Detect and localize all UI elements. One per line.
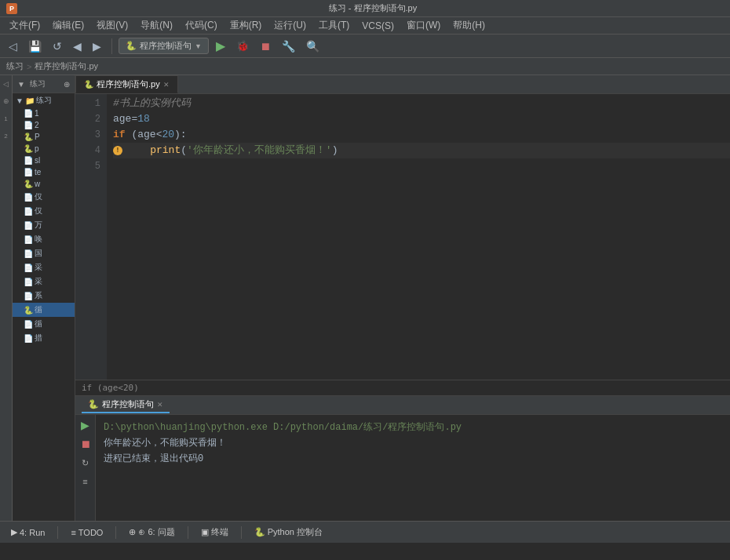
code-content: 1 2 3 4 5 #书上的实例代码 age=18 <box>75 94 730 380</box>
tree-file-label-p1: P <box>35 133 40 141</box>
sidebar-icon-4[interactable]: 2 <box>1 130 12 141</box>
code-editor[interactable]: 1 2 3 4 5 #书上的实例代码 age=18 <box>75 94 730 380</box>
title-bar: P 练习 - 程序控制语句.py <box>0 0 730 17</box>
tree-item-root[interactable]: ▼ 📁 练习 <box>13 93 75 107</box>
bottom-sep-2 <box>115 526 116 539</box>
app-icon: P <box>6 3 17 14</box>
tree-item-zhi2[interactable]: 📄 仅 <box>13 204 75 218</box>
code-lines[interactable]: #书上的实例代码 age=18 if (age<20): ! print('你年… <box>107 94 730 380</box>
todo-bottom-icon: ≡ <box>71 528 75 537</box>
line-num-5: 5 <box>75 158 100 174</box>
menu-refactor[interactable]: 重构(R) <box>224 17 268 34</box>
tree-item-p2[interactable]: 🐍 p <box>13 143 75 155</box>
tree-file-icon-te: 📄 <box>24 168 33 176</box>
tree-file-label-1: 1 <box>35 109 39 118</box>
menu-file[interactable]: 文件(F) <box>3 17 46 34</box>
menu-run[interactable]: 运行(U) <box>268 17 312 34</box>
code-token-print: print <box>126 143 181 158</box>
tab-close-button[interactable]: ✕ <box>163 81 170 89</box>
bottom-todo-btn[interactable]: ≡ TODO <box>64 526 109 539</box>
tree-add-btn[interactable]: ⊕ <box>62 79 71 89</box>
run-configuration[interactable]: 🐍 程序控制语句 ▼ <box>119 38 209 54</box>
menu-help[interactable]: 帮助(H) <box>447 17 491 34</box>
run-config-dropdown-icon[interactable]: ▼ <box>195 42 202 50</box>
bottom-issues-btn[interactable]: ⊕ ⊕ 6: 问题 <box>122 525 181 540</box>
line-numbers: 1 2 3 4 5 <box>75 94 107 380</box>
run-tab-close-btn[interactable]: ✕ <box>157 401 163 409</box>
tree-item-p1[interactable]: 🐍 P <box>13 131 75 143</box>
menu-vcs[interactable]: VCS(S) <box>356 19 400 33</box>
tree-item-xun1[interactable]: 🐍 循 <box>13 303 75 317</box>
run-rerun-button[interactable]: ↻ <box>78 456 93 470</box>
tree-item-xun2[interactable]: 📄 循 <box>13 317 75 331</box>
sidebar-icon-1[interactable]: ◁ <box>1 78 12 89</box>
term-bottom-label: 终端 <box>211 526 228 538</box>
tree-item-sl[interactable]: 📄 sl <box>13 155 75 166</box>
run-play-button[interactable]: ▶ <box>78 418 93 432</box>
bottom-python-btn[interactable]: 🐍 Python 控制台 <box>248 525 329 540</box>
tree-item-1[interactable]: 📄 1 <box>13 107 75 119</box>
tree-item-huan[interactable]: 📄 唤 <box>13 232 75 246</box>
menu-window[interactable]: 窗口(W) <box>400 17 447 34</box>
tree-file-icon-xun2: 📄 <box>24 320 33 329</box>
code-line-1: #书上的实例代码 <box>113 96 730 111</box>
toolbar-back-button[interactable]: ◁ <box>5 38 21 55</box>
tree-file-label-te: te <box>35 168 41 176</box>
tree-item-2[interactable]: 📄 2 <box>13 119 75 131</box>
tab-label: 程序控制语句.py <box>97 78 160 90</box>
run-button[interactable]: ▶ <box>212 36 229 56</box>
code-context-label: if (age<20) <box>82 383 139 393</box>
tree-item-cai2[interactable]: 📄 采 <box>13 275 75 289</box>
tree-item-w[interactable]: 🐍 w <box>13 178 75 190</box>
run-output: D:\python\huanjing\python.exe D:/python/… <box>96 415 730 521</box>
menu-view[interactable]: 视图(V) <box>90 17 134 34</box>
bottom-term-btn[interactable]: ▣ 终端 <box>195 525 235 540</box>
run-bottom-label: 4: Run <box>20 528 45 537</box>
code-token-print-lparen: ( <box>181 143 187 158</box>
tree-file-label-cai2: 采 <box>35 276 42 287</box>
tree-item-zhi1[interactable]: 📄 仅 <box>13 190 75 204</box>
breadcrumb-part-1[interactable]: 练习 <box>6 60 24 72</box>
menu-tools[interactable]: 工具(T) <box>312 17 356 34</box>
run-tab-main[interactable]: 🐍 程序控制语句 ✕ <box>82 397 170 413</box>
tree-file-label-cai1: 采 <box>35 262 42 273</box>
toolbar-reload-button[interactable]: ↺ <box>49 38 66 55</box>
tree-file-icon-cai1: 📄 <box>24 264 33 272</box>
editor-tab-main[interactable]: 🐍 程序控制语句.py ✕ <box>75 75 178 93</box>
tree-item-xi[interactable]: 📄 系 <box>13 289 75 303</box>
bottom-run-btn[interactable]: ▶ 4: Run <box>5 525 51 539</box>
toolbar-save-button[interactable]: 💾 <box>24 38 46 55</box>
run-stop-button[interactable]: ⏹ <box>78 437 93 451</box>
tree-file-icon-guo: 📄 <box>24 249 33 258</box>
tree-file-icon-1: 📄 <box>24 109 33 118</box>
toolbar-nav-back-button[interactable]: ◀ <box>69 38 86 55</box>
sidebar-icon-2[interactable]: ⊕ <box>1 96 12 107</box>
tree-item-guo[interactable]: 📄 国 <box>13 246 75 260</box>
tree-file-label-huan: 唤 <box>35 234 42 245</box>
debug-button[interactable]: 🐞 <box>232 38 253 54</box>
tree-item-cuo[interactable]: 📄 措 <box>13 331 75 345</box>
tree-item-cai1[interactable]: 📄 采 <box>13 260 75 275</box>
run-scroll-button[interactable]: ≡ <box>78 475 93 489</box>
stop-button[interactable]: ⏹ <box>256 38 275 55</box>
tree-item-wan[interactable]: 📄 万 <box>13 218 75 232</box>
toolbar-nav-fwd-button[interactable]: ▶ <box>89 38 105 55</box>
toolbar-separator-1 <box>111 38 112 54</box>
search-button[interactable]: 🔍 <box>302 38 323 55</box>
menu-code[interactable]: 代码(C) <box>179 17 224 34</box>
menu-nav[interactable]: 导航(N) <box>134 17 179 34</box>
build-button[interactable]: 🔧 <box>278 38 299 55</box>
tree-item-te[interactable]: 📄 te <box>13 166 75 178</box>
code-line-3: if (age<20): <box>113 127 730 143</box>
tree-file-icon-2: 📄 <box>24 121 33 129</box>
breadcrumb-part-2[interactable]: 程序控制语句.py <box>35 60 98 72</box>
breadcrumb-sep-1: > <box>27 62 31 71</box>
menu-edit[interactable]: 编辑(E) <box>46 17 90 34</box>
tree-file-label-zhi1: 仅 <box>35 191 42 202</box>
sidebar-icon-3[interactable]: 1 <box>1 113 12 124</box>
tree-file-label-w: w <box>35 180 40 188</box>
term-bottom-icon: ▣ <box>201 527 209 537</box>
tree-collapse-btn[interactable]: ▼ <box>16 79 27 89</box>
code-token-rparen: ) <box>174 127 181 143</box>
tree-file-label-xun2: 循 <box>35 318 42 329</box>
